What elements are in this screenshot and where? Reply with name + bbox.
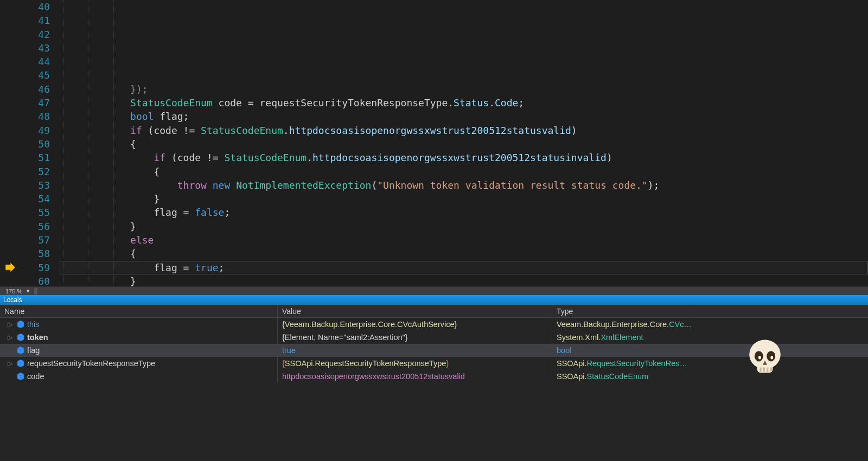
variable-cube-icon (16, 333, 25, 342)
locals-type-cell: SSOApi.StatusCodeEnum (552, 370, 692, 383)
variable-cube-icon (16, 346, 25, 355)
skull-icon (743, 336, 787, 380)
locals-var-name: code (27, 372, 44, 381)
svg-point-15 (758, 356, 761, 359)
horizontal-scrollbar[interactable] (34, 287, 868, 295)
locals-header-type[interactable]: Type (552, 305, 692, 317)
zoom-dropdown-icon[interactable]: ▾ (24, 287, 32, 294)
code-body[interactable]: }); StatusCodeEnum code = requestSecurit… (60, 0, 868, 286)
locals-row[interactable]: ▷token{Element, Name="saml2:Assertion"}S… (0, 331, 868, 344)
current-statement-arrow-icon (4, 261, 16, 273)
svg-point-14 (767, 351, 775, 361)
locals-var-name: requestSecurityTokenResponseType (27, 359, 155, 368)
expander-icon[interactable]: ▷ (8, 321, 14, 328)
variable-cube-icon (16, 359, 25, 368)
locals-header-value[interactable]: Value (278, 305, 552, 317)
locals-name-cell[interactable]: code (0, 370, 278, 383)
expander-icon[interactable]: ▷ (8, 360, 14, 367)
locals-row[interactable]: flagtruebool (0, 344, 868, 357)
svg-rect-20 (767, 368, 768, 372)
locals-value-cell[interactable]: {Element, Name="saml2:Assertion"} (278, 331, 552, 344)
locals-column-headers: Name Value Type (0, 305, 868, 318)
expander-icon[interactable]: ▷ (8, 334, 14, 341)
variable-cube-icon (16, 372, 25, 381)
locals-type-cell: System.Xml.XmlElement (552, 331, 692, 344)
editor-status-bar: 175 % ▾ (0, 286, 868, 295)
scrollbar-thumb[interactable] (34, 288, 37, 294)
variable-cube-icon (16, 320, 25, 329)
locals-value-cell[interactable]: httpdocsoasisopenorgwssxwstrust200512sta… (278, 370, 552, 383)
svg-rect-21 (770, 368, 772, 372)
locals-value-cell[interactable]: {Veeam.Backup.Enterprise.Core.CVcAuthSer… (278, 318, 552, 331)
locals-var-name: flag (27, 346, 40, 355)
svg-point-16 (770, 356, 773, 359)
svg-rect-18 (760, 368, 761, 372)
locals-var-name: this (27, 320, 40, 329)
locals-panel: Locals Name Value Type ▷this{Veeam.Backu… (0, 295, 868, 461)
locals-var-name: token (27, 333, 48, 342)
zoom-level[interactable]: 175 % (5, 288, 22, 294)
breakpoint-gutter[interactable] (0, 0, 21, 286)
code-editor[interactable]: 40 41 42 43 44 45 46 47 48 49 50 51 52 5… (0, 0, 868, 286)
locals-name-cell[interactable]: ▷token (0, 331, 278, 344)
locals-name-cell[interactable]: ▷requestSecurityTokenResponseType (0, 357, 278, 370)
locals-value-cell[interactable]: {SSOApi.RequestSecurityTokenResponseType… (278, 357, 552, 370)
svg-point-13 (755, 351, 763, 361)
svg-marker-0 (5, 262, 15, 272)
locals-type-cell: Veeam.Backup.Enterprise.Core.CVc… (552, 318, 692, 331)
locals-value-cell[interactable]: true (278, 344, 552, 357)
locals-header-name[interactable]: Name (0, 305, 278, 317)
svg-rect-19 (763, 368, 765, 372)
locals-rows: ▷this{Veeam.Backup.Enterprise.Core.CVcAu… (0, 318, 868, 383)
locals-row[interactable]: ▷this{Veeam.Backup.Enterprise.Core.CVcAu… (0, 318, 868, 331)
locals-row[interactable]: ▷requestSecurityTokenResponseType{SSOApi… (0, 357, 868, 370)
locals-name-cell[interactable]: ▷this (0, 318, 278, 331)
locals-panel-title[interactable]: Locals (0, 295, 868, 305)
locals-row[interactable]: codehttpdocsoasisopenorgwssxwstrust20051… (0, 370, 868, 383)
locals-name-cell[interactable]: flag (0, 344, 278, 357)
line-number-gutter: 40 41 42 43 44 45 46 47 48 49 50 51 52 5… (21, 0, 60, 286)
locals-type-cell: bool (552, 344, 692, 357)
locals-type-cell: SSOApi.RequestSecurityTokenRes… (552, 357, 692, 370)
